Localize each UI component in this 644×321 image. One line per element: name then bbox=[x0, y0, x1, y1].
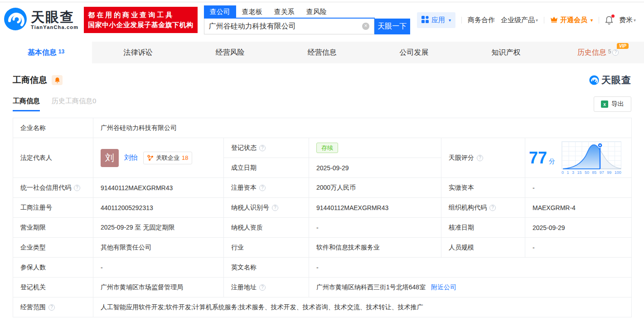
score-axis-ticks: 0 1 3 15 50 85 97 99 100 bbox=[562, 170, 621, 175]
tab-basic-info[interactable]: 基本信息 13 bbox=[0, 42, 92, 63]
enterprise-products-label: 企业级产品 bbox=[501, 16, 535, 24]
tab-legal-proceedings[interactable]: 法律诉讼 bbox=[92, 42, 184, 63]
logo-en-text: TianYanCha.com bbox=[31, 24, 78, 30]
clear-search-icon[interactable] bbox=[362, 23, 369, 30]
related-companies-badge[interactable]: 关联企业 18 bbox=[143, 152, 192, 164]
business-scope-value: 人工智能应用软件开发;软件开发;计算机系统服务;技术服务、技术开发、技术咨询、技… bbox=[93, 297, 632, 317]
search-tab-relation[interactable]: 查关系 bbox=[268, 5, 300, 18]
tyc-score-label: 天眼评分 bbox=[441, 138, 525, 178]
company-name-label: 企业名称 bbox=[13, 118, 93, 138]
subtab-history-business-info[interactable]: 历史工商信息0 bbox=[52, 97, 96, 111]
tab-basic-info-label: 基本信息 bbox=[28, 48, 57, 57]
insured-count-label: 参保人数 bbox=[13, 258, 93, 278]
table-row: 参保人数 - 英文名称 - bbox=[13, 258, 632, 278]
subtab-business-info[interactable]: 工商信息 bbox=[13, 97, 40, 111]
staff-size-value: - bbox=[525, 238, 632, 258]
tab-basic-info-count: 13 bbox=[58, 48, 64, 55]
taxpayer-id-label: 纳税人识别号 bbox=[224, 198, 309, 218]
industry-value: 软件和信息技术服务业 bbox=[309, 238, 441, 258]
divider bbox=[544, 17, 544, 24]
nearby-companies-link[interactable]: 附近公司 bbox=[431, 283, 456, 291]
reg-number-value: 440112005292313 bbox=[93, 198, 224, 218]
export-button[interactable]: 导出 bbox=[594, 96, 631, 112]
help-icon[interactable] bbox=[477, 155, 483, 161]
excel-icon bbox=[601, 101, 608, 108]
tab-history-info[interactable]: VIP 历史信息 5 bbox=[552, 42, 644, 63]
est-date-label: 成立日期 bbox=[224, 158, 309, 178]
search-area: 查公司 查老板 查关系 查风险 天眼一下 bbox=[204, 5, 410, 34]
company-type-label: 企业类型 bbox=[13, 238, 93, 258]
tyc-score-widget[interactable]: 77 分 bbox=[529, 139, 628, 177]
tab-operation-risk[interactable]: 经营风险 bbox=[184, 42, 276, 63]
help-icon[interactable] bbox=[259, 284, 266, 291]
reg-address-label: 注册地址 bbox=[224, 278, 309, 297]
business-scope-label: 经营范围 bbox=[13, 297, 93, 317]
status-badge: 存续 bbox=[316, 143, 338, 153]
notifications-bell[interactable] bbox=[605, 16, 613, 24]
insured-count-value: - bbox=[93, 258, 224, 278]
table-row: 统一社会信用代码 91440112MAEXGRMR43 注册资本 2000万人民… bbox=[13, 178, 632, 198]
table-row: 企业类型 其他有限责任公司 行业 软件和信息技术服务业 人员规模 - bbox=[13, 238, 632, 258]
taxpayer-qualification-value: - bbox=[309, 218, 441, 238]
chevron-down-icon bbox=[536, 18, 538, 23]
tianyancha-company-page: 天眼查 TianYanCha.com 都在用的商业查询工具 国家中小企业发展子基… bbox=[0, 0, 644, 321]
user-menu[interactable]: 费米 bbox=[619, 16, 636, 24]
table-row: 登记机关 广州市黄埔区市场监督管理局 注册地址 广州市黄埔区纳科西三街1号北塔6… bbox=[13, 278, 632, 297]
paid-capital-value: - bbox=[525, 178, 632, 198]
open-vip-label: 开通会员 bbox=[560, 16, 587, 24]
search-input[interactable] bbox=[209, 22, 362, 30]
help-icon[interactable] bbox=[48, 304, 55, 311]
slogan-banner: 都在用的商业查询工具 国家中小企业发展子基金旗下机构 bbox=[84, 7, 198, 33]
search-tab-company[interactable]: 查公司 bbox=[204, 5, 236, 18]
help-icon[interactable] bbox=[489, 205, 496, 211]
paid-capital-label: 实缴资本 bbox=[441, 178, 525, 198]
enterprise-products-menu[interactable]: 企业级产品 bbox=[501, 16, 538, 24]
score-number: 77 bbox=[529, 149, 547, 167]
help-icon[interactable] bbox=[74, 185, 80, 191]
approval-date-label: 核准日期 bbox=[441, 218, 525, 238]
export-label: 导出 bbox=[611, 100, 624, 108]
tab-intellectual-property[interactable]: 知识产权 bbox=[460, 42, 552, 63]
legal-rep-avatar[interactable]: 刘 bbox=[101, 149, 119, 167]
reg-address-value: 广州市黄埔区纳科西三街1号北塔648室 bbox=[316, 283, 426, 291]
score-unit: 分 bbox=[549, 158, 555, 165]
tab-operation-info[interactable]: 经营信息 bbox=[276, 42, 368, 63]
open-vip-menu[interactable]: 开通会员 bbox=[550, 16, 593, 24]
help-icon[interactable] bbox=[272, 205, 278, 211]
reg-authority-label: 登记机关 bbox=[13, 278, 93, 297]
divider bbox=[599, 17, 599, 24]
reg-status-label: 登记状态 bbox=[224, 138, 309, 158]
business-cooperation-link[interactable]: 商务合作 bbox=[468, 16, 495, 24]
help-icon[interactable] bbox=[259, 185, 266, 191]
bell-icon bbox=[54, 77, 60, 83]
tianyancha-logo-icon bbox=[4, 7, 27, 33]
divider bbox=[461, 17, 462, 24]
header-nav: 应用 商务合作 企业级产品 开通会员 bbox=[417, 12, 644, 28]
help-icon[interactable] bbox=[612, 49, 619, 56]
subscribe-bell-button[interactable] bbox=[52, 75, 63, 85]
biz-term-label: 营业期限 bbox=[13, 218, 93, 238]
slogan-line-1: 都在用的商业查询工具 bbox=[88, 10, 194, 20]
tab-company-development[interactable]: 公司发展 bbox=[368, 42, 460, 63]
business-info-section: 工商信息 天眼查 工商信息 历史工商信息0 导出 bbox=[0, 74, 644, 317]
table-row: 经营范围 人工智能应用软件开发;软件开发;计算机系统服务;技术服务、技术开发、技… bbox=[13, 297, 632, 317]
english-name-label: 英文名称 bbox=[224, 258, 309, 278]
watermark-text: 天眼查 bbox=[601, 74, 631, 86]
chevron-down-icon bbox=[634, 18, 636, 23]
search-tab-boss[interactable]: 查老板 bbox=[236, 5, 268, 18]
reg-capital-value: 2000万人民币 bbox=[309, 178, 441, 198]
vip-badge: VIP bbox=[617, 43, 629, 49]
search-button[interactable]: 天眼一下 bbox=[374, 19, 410, 34]
company-section-tabs: 基本信息 13 法律诉讼 经营风险 经营信息 公司发展 知识产权 VIP 历史信… bbox=[0, 42, 644, 63]
tyc-score-cell: 77 分 bbox=[525, 138, 632, 178]
taxpayer-qualification-label: 纳税人资质 bbox=[224, 218, 309, 238]
table-row: 营业期限 2025-09-29 至 无固定期限 纳税人资质 - 核准日期 202… bbox=[13, 218, 632, 238]
help-icon[interactable] bbox=[259, 145, 266, 151]
legal-rep-name-link[interactable]: 刘怡 bbox=[124, 153, 138, 162]
search-tab-risk[interactable]: 查风险 bbox=[300, 5, 333, 18]
tianyancha-logo[interactable]: 天眼查 TianYanCha.com bbox=[4, 7, 78, 33]
username-label: 费米 bbox=[619, 16, 633, 24]
org-code-value: MAEXGRMR-4 bbox=[525, 198, 632, 218]
company-name-value: 广州谷硅动力科技有限公司 bbox=[93, 118, 632, 138]
apps-menu[interactable]: 应用 bbox=[417, 12, 455, 28]
